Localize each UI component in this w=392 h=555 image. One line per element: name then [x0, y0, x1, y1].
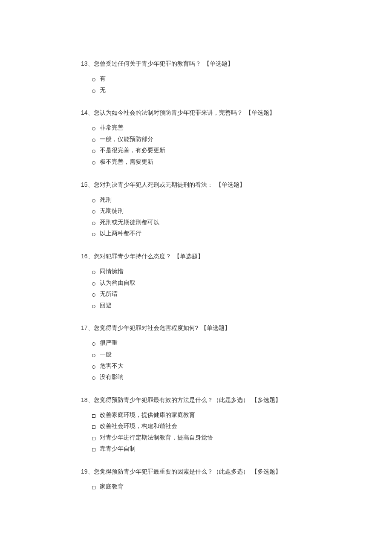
radio-icon[interactable]: [92, 78, 95, 81]
option-item[interactable]: 死刑: [92, 194, 311, 205]
question-type-label: 【单选题】: [216, 181, 245, 189]
radio-icon[interactable]: [92, 282, 95, 286]
question-text: 您觉得预防青少年犯罪最有效的方法是什么？（此题多选）: [94, 396, 249, 404]
checkbox-icon[interactable]: [92, 486, 95, 489]
options-list: 非常完善一般，仅能预防部分不是很完善，有必要更新极不完善，需要更新: [81, 122, 311, 167]
radio-icon[interactable]: [92, 233, 95, 236]
options-list: 改善家庭环境，提供健康的家庭教育改善社会环境，构建和谐社会对青少年进行定期法制教…: [81, 409, 311, 454]
option-item[interactable]: 非常完善: [92, 122, 311, 133]
option-item[interactable]: 有: [92, 73, 311, 84]
option-item[interactable]: 认为咎由自取: [92, 277, 311, 289]
option-label: 对青少年进行定期法制教育，提高自身觉悟: [100, 432, 213, 443]
option-label: 改善家庭环境，提供健康的家庭教育: [100, 409, 195, 421]
option-item[interactable]: 无所谓: [92, 288, 311, 300]
radio-icon[interactable]: [92, 271, 95, 274]
option-label: 改善社会环境，构建和谐社会: [100, 420, 177, 432]
option-item[interactable]: 一般: [92, 349, 311, 360]
option-item[interactable]: 没有影响: [92, 371, 311, 383]
question-number: 14、: [81, 109, 94, 117]
option-label: 没有影响: [100, 371, 124, 383]
option-item[interactable]: 极不完善，需要更新: [92, 156, 311, 168]
question-title: 13、您曾受过任何关于青少年犯罪的教育吗？【单选题】: [81, 60, 311, 68]
question-type-label: 【单选题】: [201, 324, 231, 332]
option-label: 无: [100, 84, 106, 96]
option-label: 不是很完善，有必要更新: [100, 145, 165, 156]
option-label: 靠青少年自制: [100, 443, 135, 454]
question-number: 17、: [81, 324, 94, 332]
option-label: 无所谓: [100, 288, 118, 300]
option-item[interactable]: 不是很完善，有必要更新: [92, 145, 311, 156]
question-title: 17、您觉得青少年犯罪对社会危害程度如何?【单选题】: [81, 324, 311, 332]
question-type-label: 【单选题】: [174, 253, 204, 260]
option-label: 回避: [100, 300, 112, 311]
radio-icon[interactable]: [92, 139, 95, 142]
radio-icon[interactable]: [92, 354, 95, 357]
question-title: 18、您觉得预防青少年犯罪最有效的方法是什么？（此题多选）【多选题】: [81, 396, 311, 404]
radio-icon[interactable]: [92, 210, 95, 214]
option-item[interactable]: 危害不大: [92, 360, 311, 372]
option-item[interactable]: 回避: [92, 300, 311, 311]
question-block: 17、您觉得青少年犯罪对社会危害程度如何?【单选题】很严重一般危害不大没有影响: [81, 324, 311, 382]
option-item[interactable]: 以上两种都不行: [92, 228, 311, 239]
radio-icon[interactable]: [92, 342, 95, 346]
option-item[interactable]: 家庭教育: [92, 481, 311, 492]
option-item[interactable]: 无: [92, 84, 311, 96]
option-item[interactable]: 靠青少年自制: [92, 443, 311, 454]
option-item[interactable]: 改善家庭环境，提供健康的家庭教育: [92, 409, 311, 421]
radio-icon[interactable]: [92, 150, 95, 153]
option-label: 家庭教育: [100, 481, 124, 492]
radio-icon[interactable]: [92, 376, 95, 380]
question-block: 14、您认为如今社会的法制对预防青少年犯罪来讲，完善吗？【单选题】非常完善一般，…: [81, 109, 311, 167]
question-text: 您觉得预防青少年犯罪最重要的因素是什么？（此题多选）: [94, 468, 249, 476]
question-title: 14、您认为如今社会的法制对预防青少年犯罪来讲，完善吗？【单选题】: [81, 109, 311, 117]
option-item[interactable]: 无期徒刑: [92, 205, 311, 217]
option-item[interactable]: 同情惋惜: [92, 266, 311, 277]
question-block: 19、您觉得预防青少年犯罪最重要的因素是什么？（此题多选）【多选题】家庭教育: [81, 468, 311, 492]
option-item[interactable]: 改善社会环境，构建和谐社会: [92, 420, 311, 432]
survey-page: 13、您曾受过任何关于青少年犯罪的教育吗？【单选题】有无14、您认为如今社会的法…: [26, 30, 366, 532]
checkbox-icon[interactable]: [92, 437, 95, 440]
option-item[interactable]: 很严重: [92, 337, 311, 349]
option-item[interactable]: 一般，仅能预防部分: [92, 133, 311, 145]
radio-icon[interactable]: [92, 90, 95, 93]
option-item[interactable]: 对青少年进行定期法制教育，提高自身觉悟: [92, 432, 311, 443]
option-item[interactable]: 死刑或无期徒刑都可以: [92, 217, 311, 228]
option-label: 以上两种都不行: [100, 228, 141, 239]
question-title: 16、您对犯罪青少年持什么态度？【单选题】: [81, 253, 311, 260]
radio-icon[interactable]: [92, 127, 95, 130]
checkbox-icon[interactable]: [92, 425, 95, 429]
question-number: 15、: [81, 181, 94, 189]
question-title: 19、您觉得预防青少年犯罪最重要的因素是什么？（此题多选）【多选题】: [81, 468, 311, 476]
question-block: 15、您对判决青少年犯人死刑或无期徒刑的看法：【单选题】死刑无期徒刑死刑或无期徒…: [81, 181, 311, 239]
radio-icon[interactable]: [92, 222, 95, 225]
option-label: 有: [100, 73, 106, 84]
question-number: 16、: [81, 253, 94, 260]
question-text: 您曾受过任何关于青少年犯罪的教育吗？: [94, 60, 201, 68]
question-text: 您对判决青少年犯人死刑或无期徒刑的看法：: [94, 181, 213, 189]
options-list: 同情惋惜认为咎由自取无所谓回避: [81, 266, 311, 311]
option-label: 极不完善，需要更新: [100, 156, 153, 168]
question-type-label: 【多选题】: [251, 468, 281, 476]
options-list: 有无: [81, 73, 311, 95]
checkbox-icon[interactable]: [92, 414, 95, 418]
option-label: 死刑或无期徒刑都可以: [100, 217, 159, 228]
question-text: 您认为如今社会的法制对预防青少年犯罪来讲，完善吗？: [94, 109, 243, 117]
question-type-label: 【多选题】: [251, 396, 281, 404]
option-label: 死刑: [100, 194, 112, 205]
option-label: 同情惋惜: [100, 266, 124, 277]
option-label: 危害不大: [100, 360, 124, 372]
options-list: 死刑无期徒刑死刑或无期徒刑都可以以上两种都不行: [81, 194, 311, 239]
checkbox-icon[interactable]: [92, 448, 95, 451]
radio-icon[interactable]: [92, 305, 95, 308]
question-number: 19、: [81, 468, 94, 476]
question-type-label: 【单选题】: [245, 109, 275, 117]
question-text: 您对犯罪青少年持什么态度？: [94, 253, 171, 260]
option-label: 非常完善: [100, 122, 124, 133]
radio-icon[interactable]: [92, 161, 95, 165]
options-list: 很严重一般危害不大没有影响: [81, 337, 311, 382]
radio-icon[interactable]: [92, 199, 95, 202]
option-label: 无期徒刑: [100, 205, 124, 217]
radio-icon[interactable]: [92, 293, 95, 297]
questions-container: 13、您曾受过任何关于青少年犯罪的教育吗？【单选题】有无14、您认为如今社会的法…: [81, 60, 311, 492]
radio-icon[interactable]: [92, 365, 95, 369]
